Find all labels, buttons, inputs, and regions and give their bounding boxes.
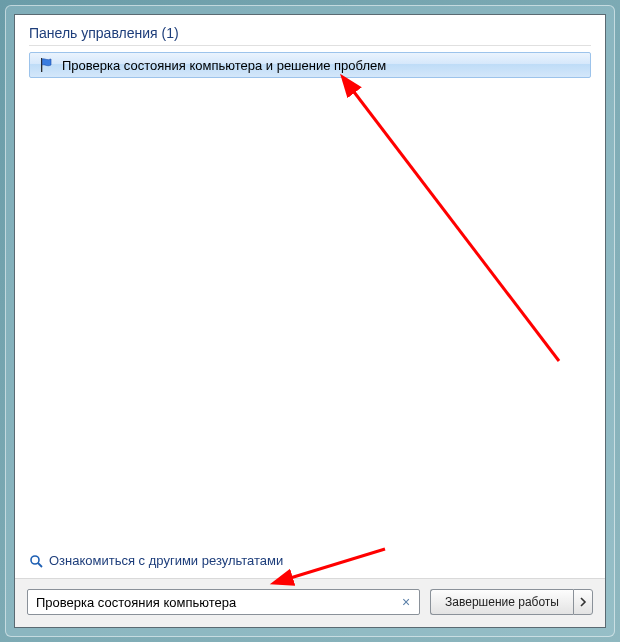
results-spacer bbox=[29, 78, 591, 536]
svg-line-3 bbox=[38, 563, 42, 567]
bottom-bar: × Завершение работы bbox=[15, 578, 605, 627]
search-input-wrapper[interactable]: × bbox=[27, 589, 420, 615]
svg-point-2 bbox=[31, 556, 39, 564]
shutdown-split-button: Завершение работы bbox=[430, 589, 593, 615]
result-item-action-center[interactable]: Проверка состояния компьютера и решение … bbox=[29, 52, 591, 78]
aero-window-frame: Панель управления (1) Проверка состояния… bbox=[5, 5, 615, 637]
start-menu-search-panel: Панель управления (1) Проверка состояния… bbox=[14, 14, 606, 628]
search-input[interactable] bbox=[36, 595, 397, 610]
flag-icon bbox=[38, 57, 54, 73]
more-results-label: Ознакомиться с другими результатами bbox=[49, 553, 283, 568]
svg-line-4 bbox=[287, 549, 385, 579]
shutdown-button[interactable]: Завершение работы bbox=[430, 589, 573, 615]
search-icon bbox=[29, 554, 43, 568]
annotation-arrow-1 bbox=[339, 76, 579, 376]
result-item-label: Проверка состояния компьютера и решение … bbox=[62, 58, 386, 73]
more-results-link[interactable]: Ознакомиться с другими результатами bbox=[15, 542, 605, 578]
shutdown-options-arrow[interactable] bbox=[573, 589, 593, 615]
clear-search-icon[interactable]: × bbox=[397, 593, 415, 611]
section-header-control-panel: Панель управления (1) bbox=[29, 25, 591, 46]
search-results-area: Панель управления (1) Проверка состояния… bbox=[15, 15, 605, 542]
svg-line-1 bbox=[351, 88, 559, 361]
